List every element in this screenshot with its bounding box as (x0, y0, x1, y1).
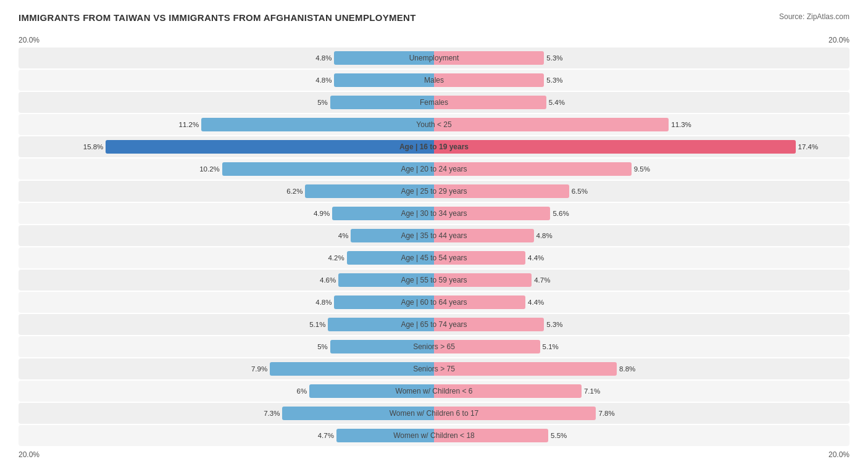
chart-source: Source: ZipAtlas.com (779, 12, 849, 21)
afghanistan-bar (434, 162, 632, 176)
afghanistan-bar (434, 96, 546, 109)
taiwan-bar (282, 407, 434, 420)
chart-title: IMMIGRANTS FROM TAIWAN VS IMMIGRANTS FRO… (19, 12, 416, 23)
bar-row: 6.2%6.5%Age | 25 to 29 years (19, 181, 849, 202)
afghanistan-value: 5.3% (544, 321, 562, 328)
bar-row: 10.2%9.5%Age | 20 to 24 years (19, 159, 849, 180)
taiwan-bar (270, 362, 434, 376)
taiwan-value: 4.8% (315, 299, 334, 306)
afghanistan-bar (434, 251, 525, 265)
bar-row: 4.8%5.3%Males (19, 70, 849, 91)
afghanistan-bar (434, 184, 569, 198)
bar-row: 15.8%17.4%Age | 16 to 19 years (19, 136, 849, 157)
afghanistan-value: 5.3% (544, 76, 562, 84)
afghanistan-bar (434, 407, 596, 420)
chart-area: 20.0% 20.0% 4.8%5.3%Unemployment4.8%5.3%… (19, 33, 849, 462)
bar-row: 7.3%7.8%Women w/ Children 6 to 17 (19, 403, 849, 424)
taiwan-value: 7.9% (251, 365, 270, 373)
taiwan-bar (222, 162, 434, 176)
bar-row: 4.8%5.3%Unemployment (19, 48, 849, 68)
afghanistan-value: 5.1% (540, 343, 559, 350)
bar-row: 11.2%11.3%Youth < 25 (19, 114, 849, 135)
taiwan-bar (328, 318, 434, 331)
taiwan-value: 4.8% (315, 54, 334, 62)
afghanistan-bar (434, 229, 534, 242)
taiwan-bar (330, 96, 434, 109)
taiwan-value: 4.8% (315, 76, 334, 84)
taiwan-bar (330, 340, 434, 353)
taiwan-bar (336, 429, 434, 442)
afghanistan-bar (434, 318, 544, 331)
taiwan-value: 6% (296, 387, 309, 395)
taiwan-value: 6.2% (286, 188, 305, 195)
bar-row: 4.2%4.4%Age | 45 to 54 years (19, 247, 849, 268)
afghanistan-bar (434, 340, 540, 353)
bars-container: 4.8%5.3%Unemployment4.8%5.3%Males5%5.4%F… (19, 48, 849, 446)
taiwan-bar (309, 384, 434, 398)
taiwan-bar (332, 207, 434, 220)
taiwan-value: 7.3% (264, 410, 282, 417)
axis-top-left: 20.0% (19, 36, 40, 44)
taiwan-value: 5% (317, 99, 330, 106)
taiwan-bar (338, 273, 434, 287)
taiwan-bar (347, 251, 434, 265)
taiwan-value: 15.8% (83, 143, 106, 151)
afghanistan-bar (434, 273, 532, 287)
taiwan-bar (201, 118, 434, 131)
chart-container: IMMIGRANTS FROM TAIWAN VS IMMIGRANTS FRO… (0, 0, 868, 467)
taiwan-bar (334, 51, 434, 65)
taiwan-value: 10.2% (199, 165, 222, 173)
bar-row: 4%4.8%Age | 35 to 44 years (19, 225, 849, 246)
afghanistan-bar (434, 429, 548, 442)
afghanistan-value: 7.1% (582, 387, 600, 395)
axis-bottom-right: 20.0% (828, 450, 849, 459)
afghanistan-bar (434, 140, 796, 154)
afghanistan-value: 4.4% (525, 254, 544, 262)
afghanistan-bar (434, 118, 669, 131)
afghanistan-value: 5.6% (550, 210, 569, 217)
afghanistan-bar (434, 362, 617, 376)
afghanistan-value: 5.5% (548, 432, 567, 439)
bar-row: 4.7%5.5%Women w/ Children < 18 (19, 425, 849, 446)
afghanistan-value: 5.4% (546, 99, 565, 106)
afghanistan-value: 11.3% (669, 121, 691, 128)
bar-row: 5.1%5.3%Age | 65 to 74 years (19, 314, 849, 335)
taiwan-bar (334, 73, 434, 87)
afghanistan-bar (434, 295, 525, 309)
chart-header: IMMIGRANTS FROM TAIWAN VS IMMIGRANTS FRO… (19, 12, 849, 23)
bar-row: 4.8%4.4%Age | 60 to 64 years (19, 292, 849, 313)
afghanistan-bar (434, 51, 544, 65)
taiwan-value: 4.6% (320, 276, 338, 284)
axis-top: 20.0% 20.0% (19, 33, 849, 48)
afghanistan-value: 7.8% (596, 410, 614, 417)
taiwan-bar (351, 229, 434, 242)
bar-row: 7.9%8.8%Seniors > 75 (19, 358, 849, 379)
afghanistan-value: 9.5% (632, 165, 650, 173)
afghanistan-value: 4.8% (534, 232, 553, 239)
afghanistan-bar (434, 207, 550, 220)
afghanistan-bar (434, 73, 544, 87)
afghanistan-value: 4.7% (532, 276, 550, 284)
taiwan-value: 5.1% (309, 321, 328, 328)
afghanistan-value: 8.8% (617, 365, 635, 373)
taiwan-value: 11.2% (179, 121, 202, 128)
taiwan-bar (106, 140, 434, 154)
bar-row: 4.9%5.6%Age | 30 to 34 years (19, 203, 849, 224)
afghanistan-value: 17.4% (796, 143, 819, 151)
axis-bottom-left: 20.0% (19, 450, 40, 459)
afghanistan-bar (434, 384, 582, 398)
taiwan-value: 4% (338, 232, 351, 239)
axis-top-right: 20.0% (828, 36, 849, 44)
afghanistan-value: 5.3% (544, 54, 562, 62)
taiwan-value: 4.2% (328, 254, 346, 262)
bar-row: 4.6%4.7%Age | 55 to 59 years (19, 270, 849, 291)
bar-row: 5%5.4%Females (19, 92, 849, 113)
taiwan-value: 4.9% (314, 210, 332, 217)
taiwan-value: 5% (317, 343, 330, 350)
axis-bottom: 20.0% 20.0% (19, 447, 849, 462)
bar-row: 5%5.1%Seniors > 65 (19, 336, 849, 357)
afghanistan-value: 4.4% (525, 299, 544, 306)
bar-row: 6%7.1%Women w/ Children < 6 (19, 381, 849, 402)
afghanistan-value: 6.5% (569, 188, 588, 195)
taiwan-value: 4.7% (318, 432, 336, 439)
